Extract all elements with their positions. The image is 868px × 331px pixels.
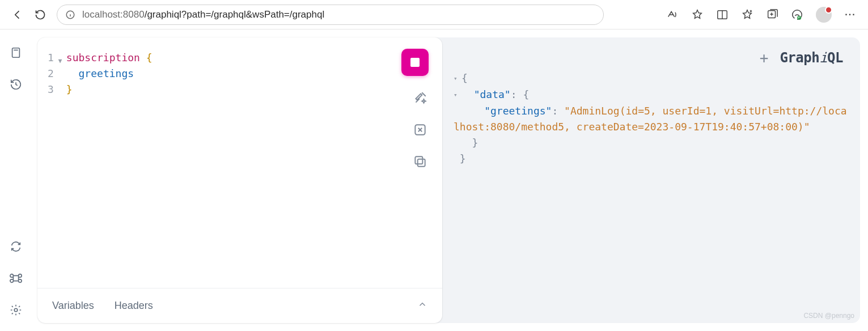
more-menu-icon[interactable]: ··· [844,9,857,21]
settings-icon[interactable] [9,303,23,317]
prettify-icon[interactable] [413,91,427,105]
split-screen-icon[interactable] [716,9,729,21]
profile-avatar[interactable] [816,7,832,23]
svg-rect-16 [415,156,422,164]
favorites-list-icon[interactable] [741,9,753,21]
execute-button[interactable] [401,49,429,76]
tab-variables[interactable]: Variables [52,300,94,312]
shortcuts-icon[interactable] [9,271,23,286]
collections-icon[interactable] [766,9,778,21]
response-panel: + GraphiQL ▾{ ▾ "data": { "greetings": "… [442,37,860,323]
history-icon[interactable] [9,77,23,92]
svg-point-13 [14,308,18,312]
fold-gutter: ▼ [58,50,66,282]
response-body[interactable]: ▾{ ▾ "data": { "greetings": "AdminLog(id… [454,70,849,167]
merge-icon[interactable] [413,122,427,137]
response-header: + GraphiQL [760,50,843,66]
stop-icon [410,58,420,67]
add-tab-button[interactable]: + [760,50,769,66]
browser-right-icons: ··· [666,7,857,23]
tab-headers[interactable]: Headers [115,300,153,312]
editor-footer: Variables Headers [37,288,442,323]
svg-rect-15 [418,159,425,167]
graphiql-app: 1 2 3 ▼ subscription { greetings } [0,29,868,331]
copy-icon[interactable] [413,154,427,169]
line-gutter: 1 2 3 [48,50,58,282]
site-info-icon[interactable] [65,10,75,20]
main-panel: 1 2 3 ▼ subscription { greetings } [37,37,860,323]
watermark: CSDN @penngo [803,312,854,320]
editor-side-tools [413,91,427,169]
refetch-icon[interactable] [9,239,23,254]
performance-icon[interactable] [791,9,803,21]
left-rail [0,29,32,331]
code-area[interactable]: subscription { greetings } [66,50,432,282]
svg-rect-11 [12,48,20,58]
browser-toolbar: localhost:8080/graphiql?path=/graphql&ws… [0,0,868,29]
footer-toggle-icon[interactable] [417,299,427,312]
read-aloud-icon[interactable] [666,9,679,21]
address-bar[interactable]: localhost:8080/graphiql?path=/graphql&ws… [57,5,604,25]
query-editor-card: 1 2 3 ▼ subscription { greetings } [37,37,442,323]
back-button[interactable] [11,9,24,21]
refresh-button[interactable] [34,9,46,21]
url-text: localhost:8080/graphiql?path=/graphql&ws… [82,9,324,20]
graphiql-logo: GraphiQL [780,50,843,66]
docs-icon[interactable] [9,45,23,60]
query-editor[interactable]: 1 2 3 ▼ subscription { greetings } [37,37,442,288]
favorite-icon[interactable] [691,9,704,21]
